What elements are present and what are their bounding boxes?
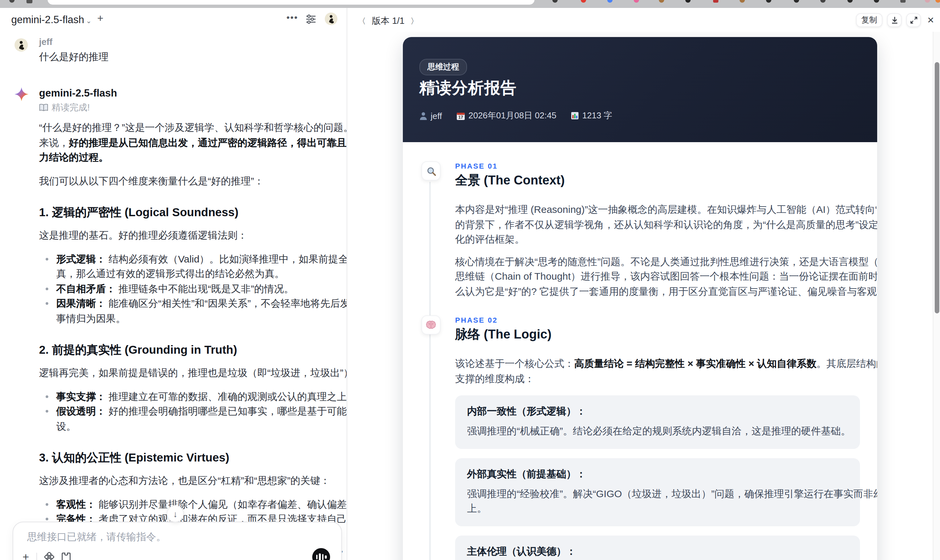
bullet-list: 形式逻辑： 结构必须有效（Valid）。比如演绎推理中，如果前提全部为真，那么通…: [39, 252, 346, 326]
extension-icon[interactable]: [900, 0, 906, 3]
list-item: 事实支撑： 推理建立在可靠的数据、准确的观测或公认的真理之上。: [39, 389, 346, 404]
text-line: 该论述基于一个核心公式：高质量结论 = 结构完整性 × 事实准确性 × 认知自律…: [455, 356, 860, 371]
section-heading: 1. 逻辑的严密性 (Logical Soundness): [39, 204, 346, 220]
extension-icon[interactable]: [848, 0, 853, 3]
user-avatar[interactable]: [325, 12, 337, 25]
extension-icon[interactable]: [935, 0, 940, 3]
gemini-star-icon: [15, 87, 28, 101]
card-title: 外部真实性（前提基础）：: [467, 468, 848, 480]
chat-input-panel[interactable]: 思维接口已就绪，请传输指令。 +: [12, 522, 342, 560]
date-meta: 17 2026年01月08日 02:45: [456, 110, 556, 122]
profile-avatar[interactable]: [925, 0, 930, 3]
svg-text:17: 17: [458, 114, 463, 119]
section-heading: 3. 认知的公正性 (Epistemic Virtues): [39, 449, 346, 465]
version-pager: 〈 版本 1/1 〉: [358, 15, 418, 27]
text-line: 上。: [467, 501, 848, 516]
text-line: 的背景下，作者不仅从逻辑学视角，还从认知科学和认识论的角度，为“什么是高质量的思…: [455, 217, 860, 232]
extension-icon[interactable]: [607, 0, 613, 3]
extension-icon[interactable]: [713, 0, 718, 3]
report-phase: PHASE 01全景 (The Context)本内容是对“推理 (Reason…: [455, 162, 860, 299]
attach-button[interactable]: +: [23, 551, 29, 560]
report-title: 精读分析报告: [419, 77, 517, 98]
voice-input-button[interactable]: [312, 548, 330, 560]
assistant-name: gemini-2.5-flash: [39, 87, 346, 99]
text-line: 因果清晰： 能准确区分“相关性”和“因果关系”，不会轻率地将先后发生的: [56, 296, 346, 311]
version-label: 版本 1/1: [372, 15, 405, 27]
chat-panel: gemini-2.5-flash ⌄ + ••• jeff 什么是好的推理: [0, 8, 347, 560]
user-message-text: 什么是好的推理: [39, 51, 346, 63]
settings-sliders-icon[interactable]: [306, 14, 316, 25]
phase-label: PHASE 02: [455, 316, 860, 324]
copy-button[interactable]: 复制: [856, 13, 883, 27]
scrollbar-thumb[interactable]: [934, 62, 939, 313]
chat-header: gemini-2.5-flash ⌄ + •••: [0, 8, 347, 32]
text-line: 强调推理的“机械正确”。结论必须在给定的规则系统内逻辑自洽，这是推理的硬件基础。: [467, 424, 848, 438]
text-line: 化的评估框架。: [455, 232, 860, 247]
scrollbar-track[interactable]: [933, 29, 940, 560]
extension-icon[interactable]: [581, 0, 586, 3]
report-meta: jeff 17 2026年01月08日 02:45 1213 字: [419, 110, 612, 122]
preview-header: 〈 版本 1/1 〉 复制 ✕: [347, 8, 940, 32]
dimension-card: 内部一致性（形式逻辑）：强调推理的“机械正确”。结论必须在给定的规则系统内逻辑自…: [455, 395, 860, 449]
text-line: 强调推理的“经验校准”。解决“GIGO（垃圾进，垃圾出）”问题，确保推理引擎运行…: [467, 486, 848, 501]
address-bar[interactable]: [48, 0, 535, 5]
bookmark-icon[interactable]: [62, 552, 71, 560]
chevron-down-icon[interactable]: ⌄: [86, 17, 92, 25]
extension-icon[interactable]: [659, 0, 664, 3]
close-button[interactable]: ✕: [925, 14, 936, 26]
phase-timeline: [429, 182, 430, 560]
extension-icon[interactable]: [794, 0, 799, 3]
paragraph: 该论述基于一个核心公式：高质量结论 = 结构完整性 × 事实准确性 × 认知自律…: [455, 356, 860, 386]
text-line: 我们可以从以下四个维度来衡量什么是“好的推理”：: [39, 174, 346, 188]
book-icon: [39, 104, 48, 112]
list-item: 假设透明： 好的推理会明确指明哪些是已知事实，哪些是基于可能的假设。: [39, 404, 346, 434]
user-message: jeff 什么是好的推理: [11, 37, 346, 63]
text-line: 假设透明： 好的推理会明确指明哪些是已知事实，哪些是基于可能的假: [56, 404, 346, 419]
text-line: 设。: [56, 419, 346, 434]
skills-icon[interactable]: [44, 552, 54, 560]
download-icon: [891, 17, 898, 24]
extension-icon[interactable]: [685, 0, 690, 3]
expand-icon: [910, 17, 917, 24]
next-version-button[interactable]: 〉: [410, 15, 418, 27]
extension-icon[interactable]: [874, 0, 879, 3]
section-heading: 2. 前提的真实性 (Grounding in Truth): [39, 342, 346, 358]
person-icon: [419, 111, 427, 120]
extension-icon[interactable]: [552, 0, 558, 3]
paragraph: 本内容是对“推理 (Reasoning)”这一抽象概念的高层建模。在知识爆炸与人…: [455, 202, 860, 247]
list-item: 不自相矛盾： 推理链条中不能出现“既是又非”的情况。: [39, 282, 346, 296]
browser-icon[interactable]: [9, 0, 15, 3]
apps-grid-icon[interactable]: [26, 0, 32, 3]
download-button[interactable]: [887, 13, 901, 27]
more-options-button[interactable]: •••: [287, 12, 298, 23]
text-line: 思维链（Chain of Thought）进行推导，该内容试图回答一个根本性问题…: [455, 269, 860, 284]
expand-button[interactable]: [906, 13, 921, 27]
text-line: 支撑的维度构成：: [455, 371, 860, 386]
bar-chart-icon: [571, 112, 579, 120]
text-line: 么认为它是“好”的? 它提供了一套通用的度量衡，用于区分直觉盲区与严谨论证、偏见…: [455, 284, 860, 299]
prev-version-button[interactable]: 〈: [358, 15, 366, 27]
extension-icon[interactable]: [740, 0, 745, 3]
text-line: 事情归为因果。: [56, 311, 346, 326]
report-hero: 思维过程 精读分析报告 jeff 17 2026年01月08日 02:45 12…: [403, 37, 877, 142]
text-line: 本内容是对“推理 (Reasoning)”这一抽象概念的高层建模。在知识爆炸与人…: [455, 202, 860, 217]
model-selector[interactable]: gemini-2.5-flash: [11, 14, 84, 26]
report-document: 思维过程 精读分析报告 jeff 17 2026年01月08日 02:45 12…: [403, 37, 877, 560]
paragraph: 核心情境在于解决“思考的随意性”问题。不论是人类通过批判性思维进行决策，还是大语…: [455, 254, 860, 299]
bullet-list: 事实支撑： 推理建立在可靠的数据、准确的观测或公认的真理之上。假设透明： 好的推…: [39, 389, 346, 434]
extension-icon[interactable]: [820, 0, 826, 3]
assistant-status: 精读完成!: [39, 102, 346, 114]
user-avatar: [15, 38, 28, 52]
text-line: 事实支撑： 推理建立在可靠的数据、准确的观测或公认的真理之上。: [56, 389, 346, 404]
text-line: 这涉及推理者的心态和方法论，也是区分“杠精”和“思想家”的关键：: [39, 473, 346, 488]
paragraph: “什么是好的推理？”这是一个涉及逻辑学、认知科学和哲学核心的问题。简单来说，好的…: [39, 120, 346, 165]
scroll-to-bottom-button[interactable]: ↓: [167, 505, 184, 522]
extension-icon[interactable]: [634, 0, 639, 3]
chat-input[interactable]: 思维接口已就绪，请传输指令。: [27, 531, 166, 543]
extension-icon[interactable]: [766, 0, 771, 3]
text-line: “什么是好的推理？”这是一个涉及逻辑学、认知科学和哲学核心的问题。简单: [39, 120, 346, 135]
preview-panel: 〈 版本 1/1 〉 复制 ✕ 思维过程 精读分析报告: [347, 8, 940, 560]
text-line: 客观性： 能够识别并尽量排除个人偏见（如幸存者偏差、确认偏差）。: [56, 497, 346, 512]
arrow-down-icon: ↓: [173, 509, 177, 518]
new-chat-button[interactable]: +: [97, 12, 103, 25]
